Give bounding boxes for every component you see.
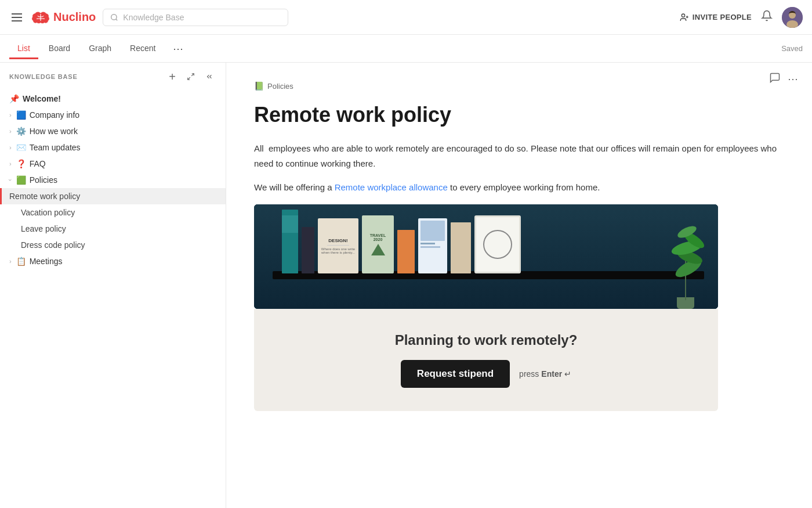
sidebar-list: 📌 Welcome! › 🟦 Company info › ⚙️ How we … <box>0 91 226 508</box>
sidebar-item-remote-work-policy[interactable]: Remote work policy <box>0 188 226 204</box>
sidebar-item-dress-code-policy[interactable]: Dress code policy <box>0 237 226 253</box>
sidebar-item-company-info[interactable]: › 🟦 Company info <box>0 107 226 123</box>
team-updates-icon: ✉️ <box>16 143 26 152</box>
shelf-visual: DESIGN! Where does one write when there … <box>254 204 718 309</box>
view-tabs: List Board Graph Recent ⋯ Saved <box>0 35 812 63</box>
tab-board[interactable]: Board <box>41 39 78 59</box>
shelf-image: DESIGN! Where does one write when there … <box>254 204 718 309</box>
sidebar-item-how-we-work[interactable]: › ⚙️ How we work <box>0 123 226 139</box>
meetings-icon: 📋 <box>16 257 26 266</box>
faq-icon: ❓ <box>16 159 26 168</box>
search-bar[interactable]: Knowledge Base <box>103 9 288 26</box>
notifications-button[interactable] <box>761 10 773 24</box>
breadcrumb: 📗 Policies <box>254 81 784 91</box>
saved-indicator: Saved <box>781 44 803 53</box>
sidebar-item-meetings[interactable]: › 📋 Meetings <box>0 253 226 269</box>
sidebar-item-welcome[interactable]: 📌 Welcome! <box>0 91 226 107</box>
chevron-right-icon: › <box>9 258 12 265</box>
paragraph-2: We will be offering a Remote workplace a… <box>254 180 784 195</box>
content-area: ⋯ 📗 Policies Remote work policy All empl… <box>226 63 812 508</box>
sidebar-title: KNOWLEDGE BASE <box>9 73 161 80</box>
invite-icon <box>680 13 689 22</box>
remote-allowance-link[interactable]: Remote workplace allowance <box>335 182 448 192</box>
sidebar-item-vacation-policy[interactable]: Vacation policy <box>0 204 226 221</box>
content-body: All employees who are able to work remot… <box>254 141 784 195</box>
sidebar-item-label: Company info <box>30 110 216 120</box>
sidebar-item-label: Leave policy <box>21 224 216 233</box>
sidebar-item-faq[interactable]: › ❓ FAQ <box>0 156 226 172</box>
page-title: Remote work policy <box>254 102 784 127</box>
sidebar-item-label: Remote work policy <box>9 192 216 201</box>
chevron-down-icon: › <box>7 179 14 181</box>
company-info-icon: 🟦 <box>16 110 26 120</box>
cta-title: Planning to work remotely? <box>395 332 578 348</box>
svg-point-0 <box>111 14 117 19</box>
comments-button[interactable] <box>769 72 781 86</box>
user-avatar[interactable] <box>782 7 803 28</box>
header-right: INVITE PEOPLE <box>680 7 803 28</box>
policies-icon: 🟩 <box>16 175 26 185</box>
paragraph-1: All employees who are able to work remot… <box>254 141 784 171</box>
chevron-right-icon: › <box>9 144 12 151</box>
chevron-right-icon: › <box>9 160 12 167</box>
tab-list[interactable]: List <box>9 39 38 59</box>
enter-key-label: Enter <box>541 369 562 379</box>
request-stipend-button[interactable]: Request stipend <box>401 360 510 388</box>
sidebar-item-label: Policies <box>30 175 216 185</box>
sidebar: KNOWLEDGE BASE + 📌 Welcome! <box>0 63 226 508</box>
sidebar-item-label: How we work <box>30 127 216 136</box>
logo[interactable]: Nuclino <box>31 10 96 24</box>
cta-row: Request stipend press Enter ↵ <box>401 360 571 388</box>
add-item-button[interactable]: + <box>165 70 179 84</box>
invite-people-label: INVITE PEOPLE <box>693 13 752 21</box>
sidebar-item-label: Meetings <box>30 257 216 266</box>
more-options-button[interactable]: ⋯ <box>788 73 798 85</box>
invite-people-button[interactable]: INVITE PEOPLE <box>680 13 752 22</box>
tab-graph[interactable]: Graph <box>81 39 119 59</box>
breadcrumb-text[interactable]: Policies <box>267 82 293 91</box>
more-tabs-button[interactable]: ⋯ <box>168 38 188 60</box>
sidebar-item-label: Welcome! <box>23 94 216 103</box>
logo-icon <box>31 10 50 24</box>
search-icon <box>110 13 118 21</box>
sidebar-header: KNOWLEDGE BASE + <box>0 63 226 91</box>
hamburger-menu[interactable] <box>9 11 24 24</box>
sidebar-item-policies[interactable]: › 🟩 Policies <box>0 172 226 188</box>
tab-recent[interactable]: Recent <box>122 39 164 59</box>
sidebar-item-leave-policy[interactable]: Leave policy <box>0 221 226 237</box>
collapse-sidebar-button[interactable] <box>202 70 216 84</box>
sidebar-item-label: FAQ <box>30 159 216 168</box>
main-layout: KNOWLEDGE BASE + 📌 Welcome! <box>0 63 812 508</box>
avatar-image <box>782 7 803 28</box>
cta-section: Planning to work remotely? Request stipe… <box>254 309 718 411</box>
svg-line-7 <box>191 74 194 76</box>
sidebar-item-team-updates[interactable]: › ✉️ Team updates <box>0 139 226 156</box>
how-we-work-icon: ⚙️ <box>16 127 26 136</box>
sidebar-item-label: Dress code policy <box>21 240 216 250</box>
sidebar-item-label: Team updates <box>30 143 216 152</box>
chevron-right-icon: › <box>9 128 12 135</box>
pin-icon: 📌 <box>9 94 19 103</box>
app-header: Nuclino Knowledge Base INVITE PEOPLE <box>0 0 812 35</box>
breadcrumb-icon: 📗 <box>254 81 264 91</box>
svg-line-8 <box>188 77 190 80</box>
sidebar-item-label: Vacation policy <box>21 208 216 217</box>
press-hint: press Enter ↵ <box>519 369 571 379</box>
content-actions: ⋯ <box>769 72 798 86</box>
sidebar-actions: + <box>165 70 216 84</box>
expand-sidebar-button[interactable] <box>184 70 198 84</box>
logo-text: Nuclino <box>53 10 96 24</box>
svg-point-1 <box>682 14 684 17</box>
chevron-right-icon: › <box>9 111 12 118</box>
search-placeholder: Knowledge Base <box>123 13 184 22</box>
